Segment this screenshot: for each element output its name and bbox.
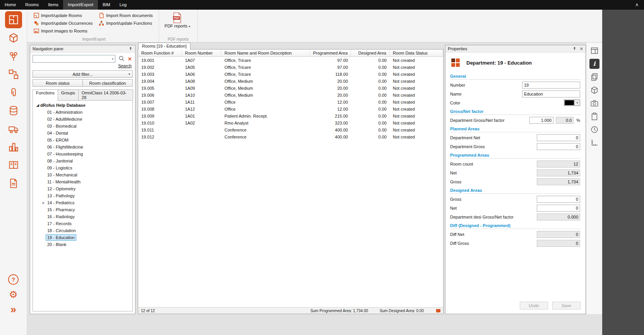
value-field[interactable]	[537, 143, 580, 150]
pages-icon[interactable]	[589, 72, 599, 82]
value-field[interactable]	[537, 196, 580, 203]
collapse-ribbon-icon[interactable]: ∧	[635, 0, 639, 10]
table-row[interactable]: 19.012 Conference 400.00 0.00 Not create…	[138, 133, 443, 140]
tree-item[interactable]: ▶ 20 - Blank	[33, 241, 132, 248]
menu-item[interactable]: Import/Export	[63, 0, 98, 10]
expander-open-icon[interactable]: ◢	[35, 103, 40, 107]
room-status-button[interactable]: Room status	[33, 79, 83, 87]
navigation-tab[interactable]: Functions	[33, 89, 58, 101]
model-cube-icon[interactable]	[589, 85, 599, 95]
expander-closed-icon[interactable]: ▶	[41, 201, 46, 205]
column-header[interactable]: Room Number	[182, 50, 221, 56]
import-update-functions-button[interactable]: Import/update Functions	[97, 19, 154, 27]
tree-item[interactable]: ▶ 15 - Pharmacy	[33, 206, 132, 213]
info-properties-icon[interactable]: i	[589, 59, 599, 69]
menu-item[interactable]: Rooms	[21, 0, 43, 10]
tree-item[interactable]: ▶ 12 - Optometry	[33, 185, 132, 192]
save-button[interactable]: Save	[552, 302, 581, 309]
sidebar-item-buildings[interactable]	[5, 138, 22, 156]
tree-item[interactable]: ▶ 02 - AdultMedicine	[33, 116, 132, 123]
tree-item[interactable]: ▶ 08 - Janitorial	[33, 157, 132, 164]
column-header[interactable]: Programmed Area	[310, 50, 351, 56]
tree-item[interactable]: ▶ 07 - Housekeeping	[33, 150, 132, 157]
sidebar-item-items[interactable]	[5, 29, 22, 46]
table-row[interactable]: 19.010 1A02 Rmo Analyst 323.00 0.00 Not …	[138, 120, 443, 126]
column-header[interactable]: Room Data Status	[390, 50, 443, 56]
column-header[interactable]: Designed Area	[351, 50, 390, 56]
table-row[interactable]: 19.001 1A07 Office, Tricare 97.00 0.00 N…	[138, 57, 443, 64]
room-classification-button[interactable]: Room classification	[83, 79, 133, 87]
expand-sidebar-icon[interactable]: »	[10, 304, 16, 315]
pin-icon[interactable]	[572, 47, 577, 51]
tree-item[interactable]: ▶ 05 - EROM	[33, 137, 132, 144]
tree-root[interactable]: ◢ dRofus Help Database	[33, 102, 132, 109]
menu-item[interactable]: Home	[0, 0, 21, 10]
clear-search-icon[interactable]: ✕	[128, 56, 132, 62]
navigation-tab[interactable]: OmniClass 14 2006-03-28	[78, 89, 133, 100]
table-row[interactable]: 19.007 1A11 Office 12.00 0.00 Not create…	[138, 99, 443, 106]
table-row[interactable]: 19.003 1A06 Office, Tricare 118.00 0.00 …	[138, 71, 443, 78]
add-filter-button[interactable]: Add filter... ▾	[33, 70, 133, 78]
column-header[interactable]: Room Name and Room Description	[221, 50, 310, 56]
tree-item[interactable]: ▶ 16 - Radiology	[33, 213, 132, 220]
tree-item[interactable]: ▶ 09 - Logistics	[33, 164, 132, 171]
table-row[interactable]: 19.008 1A12 Office 12.00 0.00 Not create…	[138, 106, 443, 113]
sidebar-item-documents[interactable]	[5, 175, 22, 192]
tree-item[interactable]: ▶ 18 - Circulation	[33, 227, 132, 234]
history-clock-icon[interactable]	[589, 125, 599, 135]
tree-item[interactable]: ▶ 14 - Pediatrics	[33, 199, 132, 206]
import-update-rooms-button[interactable]: Import/update Rooms	[32, 12, 94, 19]
table-row[interactable]: 19.011 Conference 400.00 0.00 Not create…	[138, 126, 443, 133]
sidebar-item-occurrences[interactable]	[5, 48, 22, 65]
tree-item[interactable]: ▶ 17 - Records	[33, 220, 132, 227]
help-icon[interactable]: ?	[8, 274, 19, 285]
navigation-tab[interactable]: Groups	[58, 89, 79, 100]
undo-button[interactable]: Undo	[520, 302, 548, 309]
settings-gear-icon[interactable]: ⚙	[9, 290, 17, 299]
camera-icon[interactable]	[589, 98, 599, 108]
table-row[interactable]: 19.002 1A05 Office, Tricare 97.00 0.00 N…	[138, 64, 443, 71]
rooms-tab[interactable]: Rooms [19 - Education]	[138, 43, 190, 50]
name-input[interactable]	[522, 91, 580, 97]
column-header[interactable]: Room Function #	[138, 50, 182, 56]
sidebar-item-catalog[interactable]	[5, 157, 22, 174]
menu-item[interactable]: Items	[43, 0, 63, 10]
tree-item[interactable]: ▶ 11 - MentalHealth	[33, 178, 132, 185]
tree-item[interactable]: ▶ 01 - Administration	[33, 109, 132, 116]
import-room-documents-button[interactable]: Import Room documents	[97, 12, 154, 19]
value-field[interactable]	[537, 214, 580, 220]
layout-panels-icon[interactable]	[589, 46, 599, 56]
gross-net-factor-input[interactable]	[529, 117, 553, 124]
search-combobox[interactable]: ▾	[33, 55, 115, 63]
table-row[interactable]: 19.005 1A09 Office, Medium 20.00 0.00 No…	[138, 85, 443, 92]
close-icon[interactable]: ✕	[580, 46, 583, 51]
clipboard-icon[interactable]	[589, 111, 599, 121]
table-row[interactable]: 19.009 1A01 Patient Admin. Recept. 215.0…	[138, 113, 443, 120]
tree-item[interactable]: ▶ 04 - Dental	[33, 130, 132, 137]
table-row[interactable]: 19.006 1A10 Office, Medium 20.00 0.00 No…	[138, 92, 443, 99]
sidebar-item-systems[interactable]	[5, 66, 22, 83]
tree-item[interactable]: ▶ 13 - Pathology	[33, 192, 132, 199]
search-input[interactable]	[34, 56, 112, 61]
value-field[interactable]	[537, 205, 580, 212]
number-input[interactable]	[522, 82, 580, 89]
measure-ruler-icon[interactable]	[589, 138, 599, 148]
value-field[interactable]	[537, 134, 580, 141]
color-picker[interactable]: ▾	[564, 99, 580, 106]
tree-item[interactable]: ▶ 06 - FlightMedicine	[33, 144, 132, 150]
sidebar-item-logistics[interactable]	[5, 120, 22, 137]
search-icon[interactable]	[118, 55, 125, 62]
menu-item[interactable]: BIM	[98, 0, 115, 10]
sidebar-item-database[interactable]	[5, 102, 22, 119]
table-row[interactable]: 19.004 1A08 Office, Medium 20.00 0.00 No…	[138, 78, 443, 85]
import-update-occurrences-button[interactable]: Import/update Occurrences	[32, 19, 94, 27]
tree-item[interactable]: ▶ 19 - Education	[33, 234, 132, 241]
sidebar-item-rooms[interactable]	[5, 11, 22, 28]
sidebar-item-attachments[interactable]	[5, 84, 22, 101]
menu-item[interactable]: Log	[115, 0, 131, 10]
pin-icon[interactable]	[128, 47, 133, 51]
caret-icon[interactable]: ▾	[574, 100, 580, 106]
tree-item[interactable]: ▶ 03 - Biomedical	[33, 123, 132, 130]
pdf-reports-button[interactable]: PDF PDF reports ▾	[162, 12, 192, 29]
tree-item[interactable]: ▶ 10 - Mechanical	[33, 171, 132, 178]
